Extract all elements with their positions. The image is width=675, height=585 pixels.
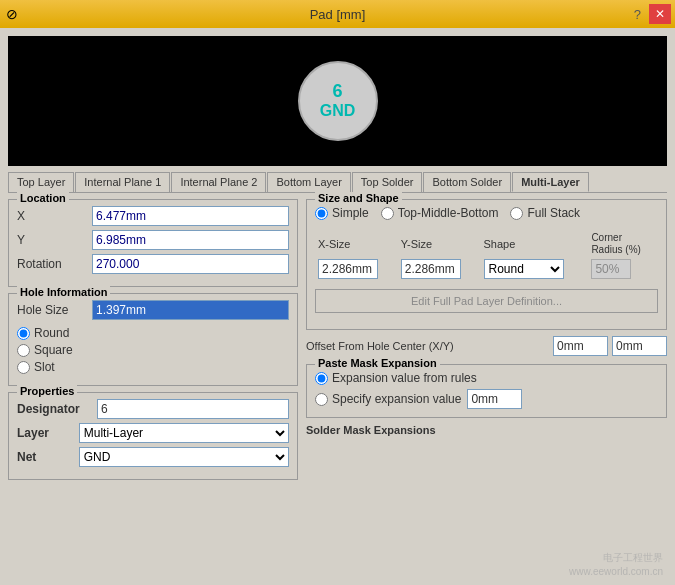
location-title: Location [17,192,69,204]
size-shape-title: Size and Shape [315,192,402,204]
offset-label: Offset From Hole Center (X/Y) [306,340,549,352]
full-stack-radio[interactable] [510,207,523,220]
right-panel: Size and Shape Simple Top-Middle-Bottom … [306,199,667,486]
hole-size-row: Hole Size [17,300,289,320]
xsize-input[interactable] [318,259,378,279]
square-label: Square [34,343,73,357]
tab-top-layer[interactable]: Top Layer [8,172,74,192]
offset-row: Offset From Hole Center (X/Y) [306,336,667,356]
corner-header: CornerRadius (%) [588,231,658,257]
specify-expansion-label: Specify expansion value [332,392,461,406]
simple-radio[interactable] [315,207,328,220]
tab-top-solder[interactable]: Top Solder [352,172,423,192]
net-label: Net [17,450,79,464]
ysize-input[interactable] [401,259,461,279]
x-input[interactable] [92,206,289,226]
close-button[interactable]: ✕ [649,4,671,24]
title-bar: ⊘ Pad [mm] ? ✕ [0,0,675,28]
preview-area: 6 GND [8,36,667,166]
rotation-row: Rotation [17,254,289,274]
corner-cell [588,257,658,281]
specify-expansion-row: Specify expansion value [315,389,658,409]
shape-cell: Round Square Rectangle Oval [481,257,589,281]
designator-row: Designator [17,399,289,419]
hole-info-title: Hole Information [17,286,110,298]
layer-row: Layer Multi-Layer [17,423,289,443]
slot-radio-row: Slot [17,360,289,374]
tab-internal-plane-2[interactable]: Internal Plane 2 [171,172,266,192]
tabs-row: Top Layer Internal Plane 1 Internal Plan… [8,172,667,192]
specify-expansion-input[interactable] [467,389,522,409]
hole-size-input[interactable] [92,300,289,320]
simple-label: Simple [332,206,369,220]
xsize-header: X-Size [315,231,398,257]
tab-multi-layer[interactable]: Multi-Layer [512,172,589,192]
tab-internal-plane-1[interactable]: Internal Plane 1 [75,172,170,192]
solder-mask-label: Solder Mask Expansions [306,424,667,436]
pad-circle: 6 GND [298,61,378,141]
offset-x-input[interactable] [553,336,608,356]
ysize-cell [398,257,481,281]
stack-radios: Simple Top-Middle-Bottom Full Stack [315,206,658,223]
title-bar-controls: ? ✕ [630,4,671,24]
watermark: 电子工程世界www.eeworld.com.cn [569,551,663,579]
top-middle-bottom-radio[interactable] [381,207,394,220]
shape-header: Shape [481,231,589,257]
edit-full-pad-button[interactable]: Edit Full Pad Layer Definition... [315,289,658,313]
pad-net: GND [320,102,356,120]
designator-input[interactable] [97,399,289,419]
size-shape-row: Round Square Rectangle Oval [315,257,658,281]
y-row: Y [17,230,289,250]
x-row: X [17,206,289,226]
y-label: Y [17,233,92,247]
top-middle-bottom-radio-row: Top-Middle-Bottom [381,206,499,220]
dialog-body: 6 GND Top Layer Internal Plane 1 Interna… [0,28,675,585]
rotation-label: Rotation [17,257,92,271]
left-panel: Location X Y Rotation Hole Information [8,199,298,486]
square-radio[interactable] [17,344,30,357]
location-group: Location X Y Rotation [8,199,298,287]
xsize-cell [315,257,398,281]
net-select[interactable]: GND [79,447,289,467]
ysize-header: Y-Size [398,231,481,257]
size-shape-group: Size and Shape Simple Top-Middle-Bottom … [306,199,667,330]
help-button[interactable]: ? [630,7,645,22]
expansion-rules-label: Expansion value from rules [332,371,477,385]
app-icon: ⊘ [6,6,18,22]
rotation-input[interactable] [92,254,289,274]
specify-expansion-radio[interactable] [315,393,328,406]
x-label: X [17,209,92,223]
dialog-title: Pad [mm] [310,7,366,22]
hole-size-label: Hole Size [17,303,92,317]
expansion-rules-radio[interactable] [315,372,328,385]
tab-bottom-solder[interactable]: Bottom Solder [423,172,511,192]
expansion-rules-row: Expansion value from rules [315,371,658,385]
round-radio-row: Round [17,326,289,340]
designator-label: Designator [17,402,97,416]
net-row: Net GND [17,447,289,467]
round-label: Round [34,326,69,340]
full-stack-radio-row: Full Stack [510,206,580,220]
y-input[interactable] [92,230,289,250]
top-middle-bottom-label: Top-Middle-Bottom [398,206,499,220]
corner-input[interactable] [591,259,631,279]
hole-shape-radios: Round Square Slot [17,326,289,374]
shape-select[interactable]: Round Square Rectangle Oval [484,259,564,279]
properties-group: Properties Designator Layer Multi-Layer … [8,392,298,480]
layer-select[interactable]: Multi-Layer [79,423,289,443]
offset-y-input[interactable] [612,336,667,356]
paste-mask-group: Paste Mask Expansion Expansion value fro… [306,364,667,418]
hole-info-group: Hole Information Hole Size Round Square [8,293,298,386]
simple-radio-row: Simple [315,206,369,220]
round-radio[interactable] [17,327,30,340]
layer-label: Layer [17,426,79,440]
main-content: Location X Y Rotation Hole Information [8,199,667,486]
slot-radio[interactable] [17,361,30,374]
paste-mask-title: Paste Mask Expansion [315,357,440,369]
slot-label: Slot [34,360,55,374]
pad-number: 6 [332,82,342,102]
square-radio-row: Square [17,343,289,357]
full-stack-label: Full Stack [527,206,580,220]
tab-bottom-layer[interactable]: Bottom Layer [267,172,350,192]
size-shape-table: X-Size Y-Size Shape CornerRadius (%) [315,231,658,281]
